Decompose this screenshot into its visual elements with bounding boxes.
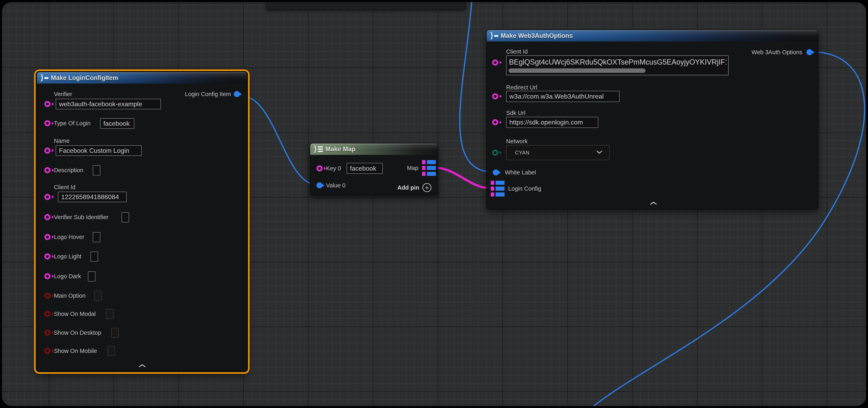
name-value: Facebook Custom Login [59, 147, 129, 155]
input-pin-description[interactable] [44, 167, 51, 173]
pin-label-white-label: White Label [505, 169, 536, 176]
description-input[interactable] [93, 165, 100, 175]
pin-label-login-config: Login Config [508, 185, 541, 192]
sdk-url-input[interactable]: https://sdk.openlogin.com [506, 117, 598, 128]
pin-label-redirect-url: Redirect Url [506, 84, 537, 91]
pin-label-main-option: Main Option [54, 293, 86, 299]
pin-label-description: Description [54, 167, 83, 174]
pin-label-network: Network [506, 138, 528, 145]
name-input[interactable]: Facebook Custom Login [56, 145, 142, 156]
input-pin-show-on-mobile[interactable] [44, 348, 51, 354]
output-pin-login-config-item[interactable] [234, 91, 240, 97]
node-header[interactable]: } Make Map [310, 143, 438, 155]
pin-label-client-id: Client Id [506, 48, 528, 55]
pin-label-value0: Value 0 [326, 182, 345, 189]
input-pin-logo-light[interactable] [44, 253, 51, 260]
pin-label-sdk-url: Sdk Url [506, 110, 525, 116]
wire-loginconfigitem-to-value0[interactable] [241, 96, 317, 185]
input-pin-logo-dark[interactable] [44, 273, 51, 279]
pin-label-show-on-desktop: Show On Desktop [54, 330, 101, 336]
horizontal-scrollbar-thumb[interactable] [508, 68, 646, 73]
redirect-url-input[interactable]: w3a://com.w3a.Web3AuthUnreal [506, 91, 620, 102]
network-dropdown[interactable]: CYAN [506, 145, 610, 160]
pin-label-client-id: Client Id [54, 184, 75, 191]
pin-label-verifier: Verifier [54, 91, 72, 98]
input-pin-redirect-url[interactable] [492, 93, 498, 99]
input-pin-verifier-sub-identifier[interactable] [44, 214, 51, 220]
logo-dark-input[interactable] [88, 271, 95, 281]
node-make-map[interactable]: } Make Map Key 0 facebook Map Value 0 Ad… [310, 143, 438, 196]
pin-label-name: Name [54, 138, 69, 144]
verifier-input[interactable]: web3auth-facebook-example [56, 99, 161, 109]
offscreen-node-bottom-edge[interactable] [266, 2, 466, 10]
input-pin-verifier[interactable] [44, 101, 51, 107]
graph-canvas[interactable]: } Make LoginConfigItem Login Config Item… [2, 2, 866, 406]
output-pin-label: Login Config Item [185, 91, 231, 98]
input-pin-show-on-desktop[interactable] [44, 330, 51, 336]
collapse-node-button[interactable] [650, 201, 657, 206]
make-map-icon: } [314, 145, 323, 153]
client-id-input[interactable]: 1222658941886084 [58, 192, 127, 202]
client-id-value: BEglQSgt4cUWcj6SKRdu5QkOXTsePmMcusG5EAoy… [509, 58, 726, 66]
logo-light-input[interactable] [91, 251, 98, 262]
show-on-modal-checkbox[interactable] [106, 309, 114, 319]
input-pin-logo-hover[interactable] [44, 234, 51, 240]
input-pin-network[interactable] [492, 149, 498, 156]
make-struct-icon: } [490, 32, 498, 39]
plus-circle-icon: + [423, 183, 431, 192]
input-pin-main-option[interactable] [44, 293, 51, 299]
key0-input[interactable]: facebook [347, 163, 383, 174]
pin-label-key0: Key 0 [326, 165, 341, 172]
pin-label-logo-dark: Logo Dark [54, 273, 81, 280]
wire-map-to-loginconfig[interactable] [433, 167, 491, 188]
key0-value: facebook [350, 165, 376, 172]
blueprint-editor: } Make LoginConfigItem Login Config Item… [0, 0, 868, 408]
show-on-mobile-checkbox[interactable] [107, 346, 115, 356]
pin-label-verifier-sub-identifier: Verifier Sub Identifier [54, 214, 108, 220]
type-of-login-value: facebook [103, 120, 130, 127]
node-make-loginconfigitem[interactable]: } Make LoginConfigItem Login Config Item… [36, 72, 247, 371]
input-pin-client-id[interactable] [44, 194, 51, 200]
main-option-checkbox[interactable] [94, 291, 102, 301]
node-title: Make Web3AuthOptions [501, 32, 573, 39]
logo-hover-input[interactable] [93, 232, 100, 242]
input-pin-white-label[interactable] [493, 169, 499, 175]
output-pin-label-map: Map [407, 165, 418, 171]
input-pin-type-of-login[interactable] [44, 120, 51, 126]
output-pin-label: Web 3Auth Options [751, 49, 802, 56]
input-pin-show-on-modal[interactable] [44, 311, 51, 317]
verifier-sub-identifier-input[interactable] [122, 212, 129, 223]
pin-label-type-of-login: Type Of Login [54, 120, 91, 127]
node-title: Make Map [326, 145, 355, 153]
output-pin-map[interactable] [422, 160, 436, 176]
verifier-value: web3auth-facebook-example [59, 100, 142, 108]
pin-label-show-on-modal: Show On Modal [54, 311, 96, 317]
network-selected-value: CYAN [515, 150, 530, 156]
add-pin-button[interactable]: Add pin + [397, 183, 431, 192]
chevron-down-icon [596, 150, 602, 155]
output-pin-web3auth-options[interactable] [806, 49, 812, 55]
input-pin-value0[interactable] [316, 182, 322, 189]
chevron-up-icon [650, 201, 657, 205]
input-pin-key0[interactable] [316, 165, 322, 171]
collapse-node-button[interactable] [138, 364, 146, 368]
redirect-url-value: w3a://com.w3a.Web3AuthUnreal [509, 93, 603, 100]
node-header[interactable]: } Make LoginConfigItem [37, 72, 247, 83]
pin-label-logo-hover: Logo Hover [54, 234, 84, 240]
input-pin-name[interactable] [44, 147, 51, 154]
node-header[interactable]: } Make Web3AuthOptions [487, 30, 818, 41]
sdk-url-value: https://sdk.openlogin.com [509, 118, 583, 126]
client-id-value: 1222658941886084 [61, 193, 119, 201]
input-pin-client-id[interactable] [492, 60, 498, 66]
show-on-desktop-checkbox[interactable] [111, 328, 119, 338]
input-pin-login-config[interactable] [491, 181, 504, 197]
type-of-login-input[interactable]: facebook [100, 118, 134, 129]
pin-label-show-on-mobile: Show On Mobile [54, 348, 97, 354]
node-title: Make LoginConfigItem [51, 74, 118, 81]
add-pin-label: Add pin [397, 184, 419, 191]
input-pin-sdk-url[interactable] [492, 119, 498, 125]
make-struct-icon: } [40, 74, 49, 81]
client-id-input[interactable]: BEglQSgt4cUWcj6SKRdu5QkOXTsePmMcusG5EAoy… [506, 56, 728, 75]
pin-label-logo-light: Logo Light [54, 253, 81, 260]
node-make-web3authoptions[interactable]: } Make Web3AuthOptions Web 3Auth Options… [486, 30, 818, 209]
